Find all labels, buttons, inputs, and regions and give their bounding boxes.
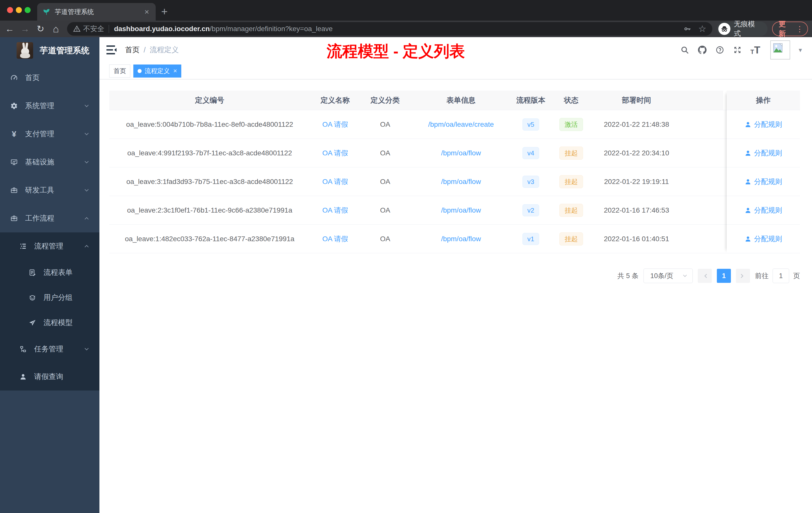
browser-tab[interactable]: 芋道管理系统 × xyxy=(37,3,156,21)
name-link[interactable]: OA 请假 xyxy=(322,177,348,186)
sidebar-item-system[interactable]: 系统管理 xyxy=(0,92,99,120)
breadcrumb-home[interactable]: 首页 xyxy=(125,45,140,55)
assign-rule-button[interactable]: 分配规则 xyxy=(745,177,782,186)
assign-rule-button[interactable]: 分配规则 xyxy=(745,120,782,129)
sidebar-item-infra[interactable]: 基础设施 xyxy=(0,148,99,176)
sidebar-item-workflow[interactable]: 工作流程 xyxy=(0,204,99,233)
tag-process-definition[interactable]: 流程定义 × xyxy=(133,64,181,78)
cell-id: oa_leave:2:3c1f0ef1-76b1-11ec-9c66-a2380… xyxy=(109,196,310,224)
column-header-filler xyxy=(680,91,723,110)
assign-rule-button[interactable]: 分配规则 xyxy=(745,148,782,158)
cell-time: 2022-01-22 19:19:11 xyxy=(593,168,680,196)
assign-rule-button[interactable]: 分配规则 xyxy=(745,206,782,215)
password-key-icon[interactable] xyxy=(683,25,692,33)
back-button[interactable]: ← xyxy=(2,24,17,34)
update-chrome-button[interactable]: 更新 ⋮ xyxy=(772,22,808,36)
pagination: 共 5 条 10条/页 1 前往 页 xyxy=(109,269,800,283)
cell-status: 挂起 xyxy=(550,224,593,253)
page-size-select[interactable]: 10条/页 xyxy=(643,269,693,283)
name-link[interactable]: OA 请假 xyxy=(322,234,348,244)
sidebar-item-user-group[interactable]: 用户分组 xyxy=(0,285,99,310)
tag-label: 首页 xyxy=(114,67,126,75)
browser-menu-icon[interactable]: ⋮ xyxy=(796,25,804,33)
cell-id: oa_leave:5:004b710b-7b8a-11ec-8ef0-acde4… xyxy=(109,110,310,139)
gap-block xyxy=(723,91,727,110)
cell-name: OA 请假 xyxy=(310,139,360,168)
sidebar-item-process-manage[interactable]: 流程管理 xyxy=(0,233,99,260)
send-icon xyxy=(28,319,36,327)
form-link[interactable]: /bpm/oa/flow xyxy=(441,235,481,243)
page-number-button[interactable]: 1 xyxy=(717,269,731,283)
close-window-button[interactable] xyxy=(7,7,13,13)
cell-category: OA xyxy=(360,139,410,168)
home-button[interactable]: ⌂ xyxy=(48,23,63,35)
avatar-caret-icon[interactable]: ▾ xyxy=(799,46,802,54)
new-tab-button[interactable]: + xyxy=(161,4,168,19)
avatar[interactable] xyxy=(770,40,790,59)
gap-block xyxy=(723,196,727,224)
gap-block xyxy=(723,110,727,139)
app-title: 芋道管理系统 xyxy=(40,45,89,56)
chevron-up-icon xyxy=(83,215,90,221)
bookmark-star-icon[interactable]: ☆ xyxy=(698,24,706,33)
zoom-window-button[interactable] xyxy=(25,7,31,13)
fullscreen-icon[interactable] xyxy=(733,46,742,55)
name-link[interactable]: OA 请假 xyxy=(322,120,348,129)
status-badge: 挂起 xyxy=(559,175,583,188)
sidebar-item-home[interactable]: 首页 xyxy=(0,64,99,92)
goto-label: 前往 xyxy=(755,271,768,280)
table-row: oa_leave:1:482ec033-762a-11ec-8477-a2380… xyxy=(109,224,723,253)
gap-block xyxy=(723,224,727,253)
sidebar-item-process-model[interactable]: 流程模型 xyxy=(0,310,99,335)
name-link[interactable]: OA 请假 xyxy=(322,206,348,215)
active-tag-dot xyxy=(138,69,142,73)
update-label[interactable]: 更新 xyxy=(779,19,792,38)
cell-version: v4 xyxy=(512,139,550,168)
assign-rule-button[interactable]: 分配规则 xyxy=(745,234,782,244)
goto-page-input[interactable] xyxy=(773,269,789,283)
tag-close-icon[interactable]: × xyxy=(173,67,177,75)
url-bar[interactable]: 不安全 dashboard.yudao.iocoder.cn/bpm/manag… xyxy=(67,22,712,36)
name-link[interactable]: OA 请假 xyxy=(322,148,348,158)
reload-button[interactable]: ↻ xyxy=(33,24,48,34)
column-header-action: 操作 xyxy=(727,91,800,110)
next-page-button[interactable] xyxy=(736,269,750,283)
cell-id: oa_leave:3:1fad3d93-7b75-11ec-a3c8-acde4… xyxy=(109,168,310,196)
cell-filler xyxy=(680,110,723,139)
sidebar-item-process-form[interactable]: 流程表单 xyxy=(0,260,99,285)
sidebar: 芋道管理系统 首页系统管理¥支付管理基础设施研发工具工作流程流程管理流程表单用户… xyxy=(0,37,99,513)
sidebar-item-leave-query[interactable]: 请假查询 xyxy=(0,363,99,391)
form-link[interactable]: /bpm/oa/flow xyxy=(441,206,481,214)
version-badge: v2 xyxy=(522,204,539,216)
chevron-down-icon xyxy=(682,273,688,279)
form-link[interactable]: /bpm/oa/flow xyxy=(441,178,481,186)
hamburger-icon[interactable] xyxy=(106,44,117,56)
person-icon xyxy=(745,235,752,242)
font-size-icon[interactable]: TT xyxy=(751,45,760,55)
sidebar-logo[interactable]: 芋道管理系统 xyxy=(0,37,99,64)
tab-close-icon[interactable]: × xyxy=(143,8,150,16)
form-link[interactable]: /bpm/oa/leave/create xyxy=(428,120,494,128)
person-icon xyxy=(745,121,752,128)
tag-home[interactable]: 首页 xyxy=(109,64,130,78)
minimize-window-button[interactable] xyxy=(16,7,22,13)
logo-avatar xyxy=(17,42,33,59)
cell-action: 分配规则 xyxy=(727,110,800,139)
prev-page-button[interactable] xyxy=(698,269,712,283)
search-icon[interactable] xyxy=(680,46,689,55)
form-link[interactable]: /bpm/oa/flow xyxy=(441,149,481,157)
cell-action: 分配规则 xyxy=(727,168,800,196)
cell-version: v2 xyxy=(512,196,550,224)
sidebar-item-task-manage[interactable]: 任务管理 xyxy=(0,335,99,363)
navbar-actions: TT ▾ xyxy=(680,37,802,63)
column-header-status: 状态 xyxy=(550,91,593,110)
forward-button[interactable]: → xyxy=(17,24,33,34)
sidebar-item-payment[interactable]: ¥支付管理 xyxy=(0,120,99,148)
security-label[interactable]: 不安全 xyxy=(83,24,104,34)
cell-filler xyxy=(680,196,723,224)
tree-icon xyxy=(19,242,27,250)
github-icon[interactable] xyxy=(698,46,707,55)
sidebar-item-devtools[interactable]: 研发工具 xyxy=(0,176,99,204)
help-icon[interactable] xyxy=(715,46,724,55)
cell-name: OA 请假 xyxy=(310,110,360,139)
